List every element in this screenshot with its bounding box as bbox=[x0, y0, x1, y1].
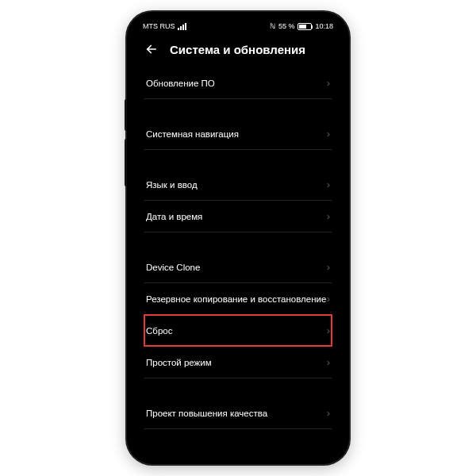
item-software-update[interactable]: Обновление ПО › bbox=[144, 67, 332, 99]
chevron-right-icon: › bbox=[327, 178, 330, 190]
signal-icon bbox=[178, 23, 186, 30]
chevron-right-icon: › bbox=[327, 356, 330, 368]
screen: MTS RUS ℕ 55 % 10:18 Система и обновлени… bbox=[133, 18, 343, 458]
item-quality-project[interactable]: Проект повышения качества › bbox=[144, 397, 332, 429]
item-simple-mode[interactable]: Простой режим › bbox=[144, 347, 332, 378]
spacer bbox=[144, 150, 332, 169]
chevron-right-icon: › bbox=[327, 407, 330, 419]
page-title: Система и обновления bbox=[170, 43, 305, 56]
settings-list: Обновление ПО › Системная навигация › Яз… bbox=[133, 67, 343, 458]
clock-label: 10:18 bbox=[315, 22, 333, 30]
chevron-right-icon: › bbox=[327, 210, 330, 222]
item-label: Обновление ПО bbox=[146, 79, 215, 88]
back-icon[interactable] bbox=[144, 42, 159, 56]
item-label: Простой режим bbox=[146, 358, 212, 367]
nfc-icon: ℕ bbox=[270, 22, 275, 30]
spacer bbox=[144, 232, 332, 251]
item-legal-info[interactable]: Юридическая информация › bbox=[144, 448, 332, 458]
phone-frame: MTS RUS ℕ 55 % 10:18 Система и обновлени… bbox=[127, 12, 349, 464]
status-left: MTS RUS bbox=[143, 22, 186, 30]
item-label: Язык и ввод bbox=[146, 180, 198, 190]
chevron-right-icon: › bbox=[327, 324, 330, 336]
battery-icon bbox=[298, 23, 312, 30]
spacer bbox=[144, 378, 332, 397]
chevron-right-icon: › bbox=[327, 293, 330, 305]
item-label: Device Clone bbox=[146, 263, 200, 272]
item-language-input[interactable]: Язык и ввод › bbox=[144, 169, 332, 201]
item-label: Дата и время bbox=[146, 212, 202, 221]
item-backup-restore[interactable]: Резервное копирование и восстановление › bbox=[144, 283, 332, 315]
item-label: Сброс bbox=[146, 326, 172, 336]
item-date-time[interactable]: Дата и время › bbox=[144, 201, 332, 232]
chevron-right-icon: › bbox=[327, 77, 330, 89]
carrier-label: MTS RUS bbox=[143, 22, 175, 30]
status-right: ℕ 55 % 10:18 bbox=[270, 22, 333, 30]
item-system-navigation[interactable]: Системная навигация › bbox=[144, 118, 332, 150]
header: Система и обновления bbox=[133, 34, 343, 67]
item-device-clone[interactable]: Device Clone › bbox=[144, 251, 332, 283]
item-label: Резервное копирование и восстановление bbox=[146, 294, 326, 304]
item-label: Проект повышения качества bbox=[146, 409, 267, 418]
item-reset[interactable]: Сброс › bbox=[144, 315, 332, 346]
spacer bbox=[144, 429, 332, 448]
status-bar: MTS RUS ℕ 55 % 10:18 bbox=[133, 18, 343, 34]
battery-pct-label: 55 % bbox=[278, 22, 295, 30]
spacer bbox=[144, 99, 332, 118]
item-label: Системная навигация bbox=[146, 129, 239, 139]
chevron-right-icon: › bbox=[327, 128, 330, 140]
chevron-right-icon: › bbox=[327, 261, 330, 273]
